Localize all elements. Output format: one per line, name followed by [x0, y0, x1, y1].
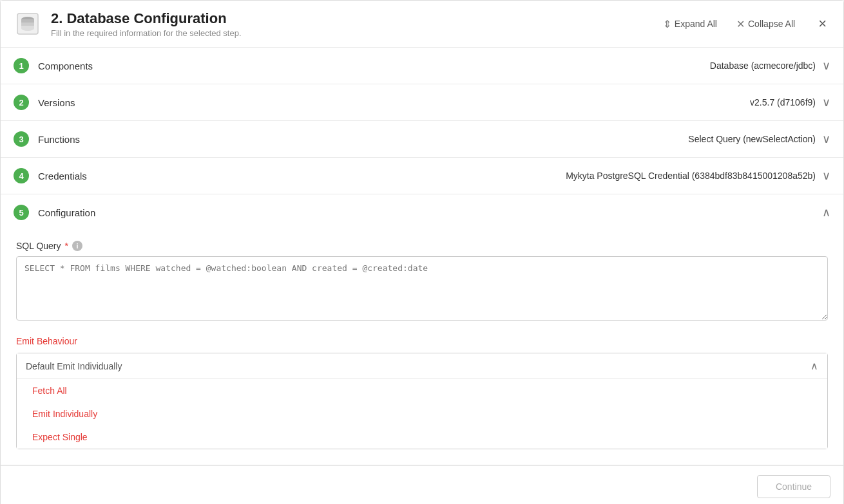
collapse-all-button[interactable]: ✕ Collapse All — [733, 15, 799, 33]
step-badge-3: 3 — [14, 131, 29, 147]
chevron-up-icon-5: ∧ — [822, 205, 830, 219]
step-row-credentials[interactable]: 4 Credentials Mykyta PostgreSQL Credenti… — [1, 158, 843, 194]
emit-option-emit-individually[interactable]: Emit Individually — [17, 402, 827, 425]
step-row-functions[interactable]: 3 Functions Select Query (newSelectActio… — [1, 121, 843, 158]
step-badge-4: 4 — [14, 168, 29, 183]
modal-footer: Continue — [1, 465, 843, 504]
chevron-up-icon-emit: ∧ — [810, 360, 818, 372]
header-actions: ⇕ Expand All ✕ Collapse All × — [659, 13, 830, 35]
modal-header: 2. Database Configuration Fill in the re… — [1, 1, 843, 48]
step-badge-5: 5 — [14, 205, 29, 220]
chevron-down-icon-2: ∨ — [822, 95, 830, 109]
chevron-down-icon-4: ∨ — [822, 169, 830, 183]
emit-behaviour-dropdown[interactable]: Default Emit Individually ∧ Fetch All Em… — [16, 353, 828, 449]
header-text: 2. Database Configuration Fill in the re… — [51, 10, 659, 38]
step-badge-2: 2 — [14, 95, 29, 110]
page-title: 2. Database Configuration — [51, 10, 659, 27]
page-subtitle: Fill in the required information for the… — [51, 28, 659, 38]
step-label-credentials: Credentials — [38, 171, 566, 182]
step-value-versions: v2.5.7 (d7106f9) — [750, 97, 816, 107]
emit-dropdown-selected: Default Emit Individually — [26, 361, 122, 371]
sql-query-label: SQL Query* i — [16, 241, 828, 251]
step-row-components[interactable]: 1 Components Database (acmecore/jdbc) ∨ — [1, 48, 843, 84]
continue-button[interactable]: Continue — [757, 475, 830, 498]
required-star: * — [65, 241, 68, 251]
info-icon[interactable]: i — [72, 241, 82, 251]
step-value-functions: Select Query (newSelectAction) — [688, 134, 816, 144]
step-label-functions: Functions — [38, 134, 688, 145]
emit-dropdown-options: Fetch All Emit Individually Expect Singl… — [17, 379, 827, 449]
step-label-components: Components — [38, 61, 710, 71]
chevron-down-icon-1: ∨ — [822, 59, 830, 73]
step-row-versions[interactable]: 2 Versions v2.5.7 (d7106f9) ∨ — [1, 84, 843, 121]
chevron-down-icon-3: ∨ — [822, 132, 830, 146]
emit-dropdown-header[interactable]: Default Emit Individually ∧ — [17, 353, 827, 379]
modal-container: 2. Database Configuration Fill in the re… — [0, 0, 844, 504]
step-value-components: Database (acmecore/jdbc) — [710, 61, 816, 71]
step-label-versions: Versions — [38, 97, 750, 108]
step-value-credentials: Mykyta PostgreSQL Credential (6384bdf83b… — [566, 171, 816, 181]
emit-option-expect-single[interactable]: Expect Single — [17, 425, 827, 449]
step-badge-1: 1 — [14, 58, 29, 73]
configuration-section: 5 Configuration ∧ SQL Query* i Emit Beha… — [1, 194, 843, 465]
database-icon — [14, 10, 42, 38]
emit-behaviour-label: Emit Behaviour — [16, 336, 828, 346]
sql-query-textarea[interactable] — [16, 256, 828, 321]
step-label-configuration: Configuration — [38, 207, 822, 218]
expand-all-button[interactable]: ⇕ Expand All — [659, 15, 721, 33]
expand-all-icon: ⇕ — [663, 18, 671, 30]
emit-option-fetch-all[interactable]: Fetch All — [17, 379, 827, 402]
configuration-body: SQL Query* i Emit Behaviour Default Emit… — [1, 230, 843, 465]
close-button[interactable]: × — [814, 13, 830, 35]
configuration-header[interactable]: 5 Configuration ∧ — [1, 194, 843, 230]
collapse-all-icon: ✕ — [736, 18, 745, 30]
